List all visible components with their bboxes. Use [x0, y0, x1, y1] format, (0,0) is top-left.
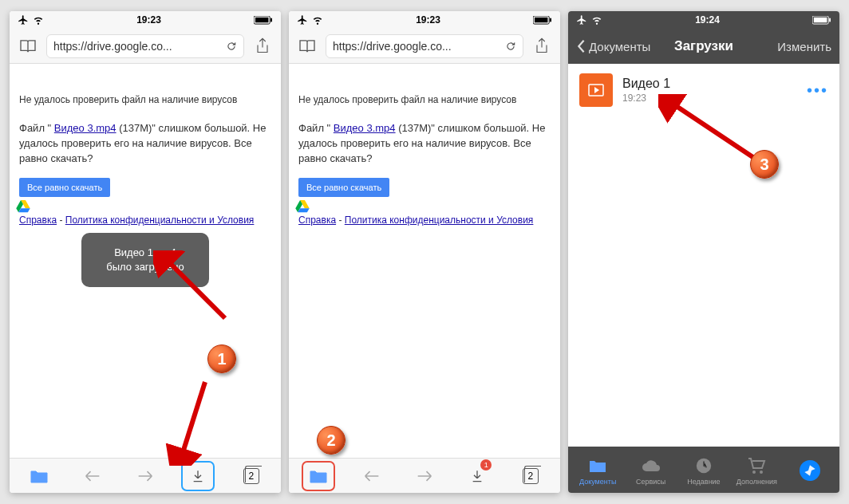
compass-icon: [800, 460, 820, 481]
status-time: 19:23: [416, 14, 440, 26]
back-button[interactable]: [356, 462, 388, 490]
download-badge: 1: [480, 459, 492, 471]
browser-url-bar: https://drive.google.co...: [10, 29, 281, 64]
bottom-toolbar: 2: [10, 458, 281, 493]
tab-services[interactable]: Сервисы: [628, 455, 674, 486]
tab-recent[interactable]: Недавние: [681, 455, 727, 486]
tab-addons[interactable]: Дополнения: [733, 455, 780, 486]
url-field[interactable]: https://drive.google.co...: [46, 34, 244, 58]
header-title: Загрузки: [674, 38, 733, 54]
wifi-icon: [591, 14, 602, 26]
status-time: 19:23: [136, 14, 161, 26]
svg-rect-1: [255, 17, 269, 22]
status-bar: 19:24: [568, 11, 839, 29]
page-content: Не удалось проверить файл на наличие вир…: [289, 64, 560, 458]
phone-screenshot-2: 19:23 https://drive.google.co... Не удал…: [289, 11, 560, 493]
reader-icon[interactable]: [16, 39, 40, 53]
warning-body: Файл " Видео 3.mp4 (137M)" слишком больш…: [298, 121, 551, 167]
download-anyway-button[interactable]: Все равно скачать: [19, 178, 110, 197]
back-button[interactable]: Документы: [576, 39, 650, 53]
svg-rect-5: [550, 18, 551, 22]
share-icon[interactable]: [251, 37, 274, 55]
file-link[interactable]: Видео 3.mp4: [334, 122, 396, 134]
svg-rect-7: [814, 17, 827, 22]
downloads-button[interactable]: 1: [461, 462, 493, 490]
tabs-count: 2: [523, 468, 539, 484]
share-icon[interactable]: [530, 37, 554, 55]
forward-button[interactable]: [129, 462, 161, 490]
file-time: 19:23: [622, 93, 797, 104]
file-row[interactable]: Видео 1 19:23 •••: [579, 73, 828, 107]
url-text: https://drive.google.co...: [53, 40, 172, 53]
forward-button[interactable]: [409, 462, 440, 490]
tab-browser[interactable]: [787, 460, 833, 481]
warning-body: Файл " Видео 3.mp4 (137M)" слишком больш…: [19, 121, 271, 167]
airplane-icon: [18, 14, 29, 26]
chevron-left-icon: [576, 39, 586, 53]
airplane-icon: [297, 14, 308, 26]
video-thumbnail-icon: [579, 73, 613, 107]
cloud-icon: [641, 455, 661, 476]
reload-icon[interactable]: [505, 41, 516, 52]
terms-link[interactable]: Политика конфиденциальности и Условия: [65, 215, 255, 226]
warning-title: Не удалось проверить файл на наличие вир…: [19, 94, 271, 105]
clock-icon: [693, 455, 714, 476]
browser-url-bar: https://drive.google.co...: [289, 29, 560, 64]
bottom-tab-bar: Документы Сервисы Недавние Дополнения: [568, 447, 839, 493]
url-text: https://drive.google.co...: [333, 40, 452, 53]
step-badge-1: 1: [207, 345, 236, 373]
footer-links: Справка - Политика конфиденциальности и …: [298, 215, 551, 226]
phone-screenshot-3: 19:24 Документы Загрузки Изменить Видео …: [568, 11, 839, 493]
download-complete-toast: Видео 1.mp4 было загружено: [81, 233, 209, 287]
battery-icon: [254, 16, 273, 25]
file-link[interactable]: Видео 3.mp4: [54, 122, 116, 134]
url-field[interactable]: https://drive.google.co...: [326, 34, 523, 58]
file-name: Видео 1: [622, 77, 797, 91]
cart-icon: [746, 455, 767, 476]
status-time: 19:24: [695, 14, 720, 26]
google-drive-logo: [295, 199, 310, 214]
folder-icon: [587, 455, 608, 476]
tabs-count: 2: [243, 468, 259, 484]
tabs-button[interactable]: 2: [515, 462, 547, 490]
reader-icon[interactable]: [295, 39, 319, 53]
svg-rect-4: [535, 17, 548, 22]
google-drive-logo: [16, 199, 30, 214]
reload-icon[interactable]: [226, 41, 237, 52]
footer-links: Справка - Политика конфиденциальности и …: [19, 215, 271, 226]
step-badge-3: 3: [750, 150, 779, 179]
wifi-icon: [33, 14, 44, 26]
file-more-button[interactable]: •••: [807, 81, 828, 100]
help-link[interactable]: Справка: [298, 215, 336, 226]
folder-button[interactable]: [23, 462, 55, 490]
phone-screenshot-1: 19:23 https://drive.google.co... Не удал…: [10, 11, 281, 493]
tab-documents[interactable]: Документы: [575, 455, 621, 486]
battery-icon: [533, 16, 552, 25]
airplane-icon: [576, 14, 587, 26]
help-link[interactable]: Справка: [19, 215, 57, 226]
back-button[interactable]: [77, 462, 109, 490]
bottom-toolbar: 1 2: [289, 458, 560, 493]
warning-title: Не удалось проверить файл на наличие вир…: [298, 94, 551, 105]
status-bar: 19:23: [289, 11, 560, 29]
step-badge-2: 2: [317, 426, 346, 455]
download-anyway-button[interactable]: Все равно скачать: [298, 178, 389, 197]
svg-rect-8: [829, 18, 831, 22]
edit-button[interactable]: Изменить: [777, 40, 831, 53]
wifi-icon: [312, 14, 323, 26]
svg-rect-2: [270, 18, 272, 22]
nav-header: Документы Загрузки Изменить: [568, 29, 839, 64]
downloads-button[interactable]: [182, 462, 214, 490]
svg-point-11: [752, 471, 756, 474]
svg-point-12: [760, 471, 763, 474]
folder-button[interactable]: [302, 462, 334, 490]
status-bar: 19:23: [10, 11, 281, 29]
tabs-button[interactable]: 2: [235, 462, 267, 490]
battery-icon: [812, 16, 831, 25]
downloads-list: Видео 1 19:23 •••: [568, 64, 839, 447]
terms-link[interactable]: Политика конфиденциальности и Условия: [345, 215, 534, 226]
